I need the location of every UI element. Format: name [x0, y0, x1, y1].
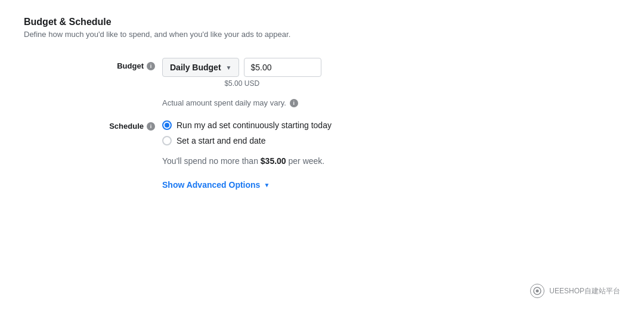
daily-note: Actual amount spent daily may vary. i: [162, 98, 513, 107]
budget-row: Budget i Daily Budget ▼ $5.00 USD: [24, 58, 513, 88]
schedule-options: Run my ad set continuously starting toda…: [162, 118, 332, 145]
budget-inputs: Daily Budget ▼: [162, 58, 321, 77]
schedule-option-date-range[interactable]: Set a start and end date: [162, 136, 332, 145]
watermark: UEESHOP自建站平台: [530, 284, 620, 298]
weekly-amount: $35.00: [261, 156, 286, 166]
schedule-option-continuous[interactable]: Run my ad set continuously starting toda…: [162, 120, 332, 130]
advanced-chevron: ▼: [264, 182, 270, 188]
budget-amount-input[interactable]: [244, 58, 321, 77]
usd-hint: $5.00 USD: [162, 79, 321, 88]
section-subtitle: Define how much you'd like to spend, and…: [24, 30, 513, 39]
watermark-icon: [530, 284, 544, 298]
schedule-label: Schedule i: [24, 118, 155, 131]
budget-label: Budget i: [24, 58, 155, 70]
budget-type-dropdown[interactable]: Daily Budget ▼: [162, 58, 239, 77]
show-advanced-options-button[interactable]: Show Advanced Options ▼: [162, 180, 513, 190]
section-title: Budget & Schedule: [24, 17, 513, 27]
schedule-row: Schedule i Run my ad set continuously st…: [24, 118, 513, 145]
main-container: Budget & Schedule Define how much you'd …: [0, 0, 537, 206]
daily-note-info-icon[interactable]: i: [290, 99, 298, 107]
budget-control: Daily Budget ▼ $5.00 USD: [162, 58, 321, 88]
budget-info-icon[interactable]: i: [147, 62, 155, 70]
weekly-note: You'll spend no more than $35.00 per wee…: [162, 156, 513, 166]
radio-filled: [162, 120, 172, 130]
dropdown-chevron: ▼: [226, 64, 232, 71]
watermark-text: UEESHOP自建站平台: [549, 286, 620, 296]
svg-point-1: [536, 290, 539, 293]
schedule-info-icon[interactable]: i: [147, 122, 155, 131]
radio-empty: [162, 136, 172, 145]
